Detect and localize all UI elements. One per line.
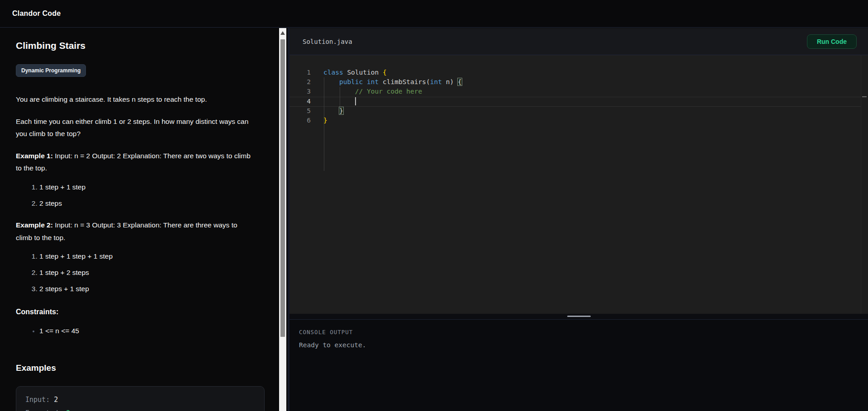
problem-description-1: You are climbing a staircase. It takes n… [16, 93, 256, 106]
example-2-label: Example 2: [16, 221, 53, 229]
filename-tab: Solution.java [303, 38, 352, 45]
console-panel: CONSOLE OUTPUT Ready to execute. [289, 319, 868, 411]
constraints-heading: Constraints: [16, 308, 266, 316]
example-2-list: 1 step + 1 step + 1 step1 step + 2 steps… [16, 250, 266, 295]
expected-value: 2 [66, 409, 70, 411]
scrollbar-thumb[interactable] [280, 39, 285, 337]
line-number: 5 [289, 106, 311, 116]
line-number: 3 [289, 87, 311, 96]
editor-overview-ruler[interactable] [861, 55, 868, 314]
list-item: 1 step + 2 steps [39, 266, 266, 279]
input-label: Input: [25, 396, 50, 404]
topic-tag-badge: Dynamic Programming [16, 64, 86, 77]
example-input-row: Input: 2 [25, 395, 255, 405]
line-number: 1 [289, 68, 311, 77]
current-line-highlight [289, 97, 861, 107]
text-cursor [355, 97, 356, 105]
line-number: 4 [289, 97, 311, 106]
input-value: 2 [54, 396, 58, 404]
expected-label: Expected: [25, 409, 62, 411]
example-2-paragraph: Example 2: Input: n = 3 Output: 3 Explan… [16, 219, 256, 244]
app-header: Clandor Code [0, 0, 868, 28]
example-expected-row: Expected: 2 [25, 408, 255, 411]
problem-panel-scrollbar[interactable] [279, 28, 286, 411]
example-1-paragraph: Example 1: Input: n = 2 Output: 2 Explan… [16, 150, 256, 175]
list-item: 2 steps + 1 step [39, 283, 266, 295]
example-io-box: Input: 2 Expected: 2 [16, 386, 265, 411]
scrollbar-up-arrow-icon[interactable] [280, 31, 285, 35]
problem-panel: Climbing Stairs Dynamic Programming You … [0, 28, 279, 411]
run-code-button[interactable]: Run Code [807, 34, 857, 49]
code-line: 1class Solution { [289, 68, 311, 77]
list-item: 1 step + 1 step + 1 step [39, 250, 266, 263]
list-item: 1 step + 1 step [39, 181, 266, 194]
code-line: 6} [289, 116, 311, 125]
code-line: 2 public int climbStairs(int n) { [289, 77, 311, 87]
line-number: 2 [289, 77, 311, 87]
examples-heading: Examples [16, 362, 266, 374]
editor-toolbar: Solution.java Run Code [289, 28, 868, 55]
line-number: 6 [289, 116, 311, 125]
console-status-text: Ready to execute. [299, 341, 868, 349]
problem-description-2: Each time you can either climb 1 or 2 st… [16, 115, 256, 140]
example-1-label: Example 1: [16, 152, 53, 160]
code-editor[interactable]: 1class Solution {2 public int climbStair… [289, 55, 868, 314]
overview-current-line-marker [862, 96, 867, 97]
code-line: 3 // Your code here [289, 87, 311, 96]
constraints-list: 1 <= n <= 45 [16, 325, 266, 337]
list-item: 1 <= n <= 45 [39, 325, 266, 337]
problem-title: Climbing Stairs [16, 39, 266, 52]
list-item: 2 steps [39, 197, 266, 210]
editor-panel: Solution.java Run Code 1class Solution {… [288, 28, 868, 411]
code-line: 4 [289, 97, 311, 106]
app-title: Clandor Code [12, 9, 61, 18]
divider-drag-handle[interactable] [567, 316, 591, 317]
panel-split-divider[interactable] [289, 314, 868, 319]
example-1-list: 1 step + 1 step2 steps [16, 181, 266, 210]
code-line: 5 } [289, 106, 311, 116]
console-output-label: CONSOLE OUTPUT [299, 329, 868, 335]
